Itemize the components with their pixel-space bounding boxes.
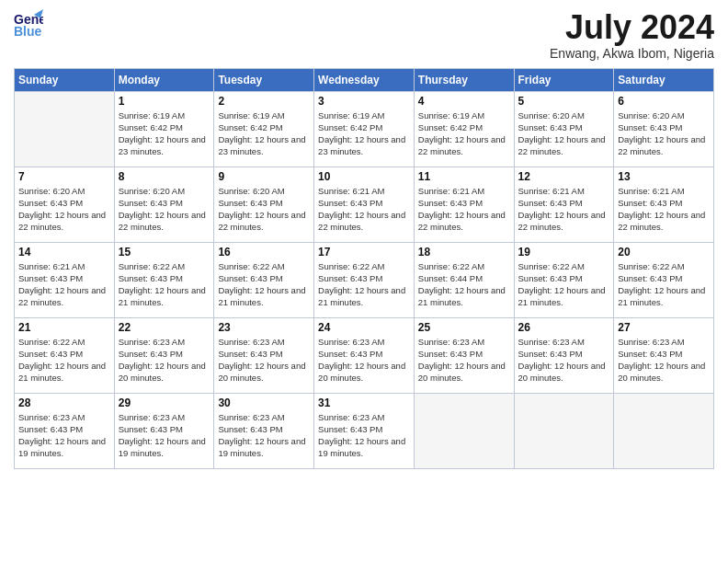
day-info: Sunrise: 6:22 AM Sunset: 6:43 PM Dayligh… bbox=[518, 260, 610, 309]
day-info: Sunrise: 6:21 AM Sunset: 6:43 PM Dayligh… bbox=[18, 260, 110, 309]
day-info: Sunrise: 6:21 AM Sunset: 6:43 PM Dayligh… bbox=[318, 185, 410, 234]
calendar-cell: 26Sunrise: 6:23 AM Sunset: 6:43 PM Dayli… bbox=[514, 317, 614, 393]
day-number: 1 bbox=[119, 95, 210, 108]
calendar-cell: 24Sunrise: 6:23 AM Sunset: 6:43 PM Dayli… bbox=[314, 317, 415, 393]
day-number: 5 bbox=[518, 95, 610, 108]
day-number: 30 bbox=[218, 396, 310, 409]
day-number: 28 bbox=[18, 396, 110, 409]
calendar-cell: 1Sunrise: 6:19 AM Sunset: 6:42 PM Daylig… bbox=[114, 91, 214, 167]
day-info: Sunrise: 6:21 AM Sunset: 6:43 PM Dayligh… bbox=[518, 185, 610, 234]
title-block: July 2024 Enwang, Akwa Ibom, Nigeria bbox=[550, 9, 714, 61]
calendar-cell: 2Sunrise: 6:19 AM Sunset: 6:42 PM Daylig… bbox=[214, 91, 314, 167]
calendar-cell: 13Sunrise: 6:21 AM Sunset: 6:43 PM Dayli… bbox=[614, 167, 714, 242]
day-number: 15 bbox=[119, 246, 210, 259]
calendar-cell: 3Sunrise: 6:19 AM Sunset: 6:42 PM Daylig… bbox=[314, 91, 415, 167]
location-subtitle: Enwang, Akwa Ibom, Nigeria bbox=[550, 46, 714, 61]
day-number: 8 bbox=[119, 170, 210, 183]
day-number: 21 bbox=[18, 321, 110, 334]
calendar-cell: 10Sunrise: 6:21 AM Sunset: 6:43 PM Dayli… bbox=[314, 167, 415, 242]
calendar-cell bbox=[614, 393, 714, 468]
header: General Blue July 2024 Enwang, Akwa Ibom… bbox=[14, 9, 714, 61]
day-number: 6 bbox=[618, 95, 710, 108]
page: General Blue July 2024 Enwang, Akwa Ibom… bbox=[0, 0, 728, 563]
col-saturday: Saturday bbox=[614, 68, 714, 91]
calendar-cell: 16Sunrise: 6:22 AM Sunset: 6:43 PM Dayli… bbox=[214, 242, 314, 317]
calendar-cell: 11Sunrise: 6:21 AM Sunset: 6:43 PM Dayli… bbox=[414, 167, 514, 242]
day-info: Sunrise: 6:21 AM Sunset: 6:43 PM Dayligh… bbox=[418, 185, 510, 234]
day-info: Sunrise: 6:22 AM Sunset: 6:43 PM Dayligh… bbox=[218, 260, 310, 309]
col-sunday: Sunday bbox=[15, 68, 115, 91]
day-info: Sunrise: 6:23 AM Sunset: 6:43 PM Dayligh… bbox=[218, 411, 310, 460]
day-info: Sunrise: 6:22 AM Sunset: 6:43 PM Dayligh… bbox=[318, 260, 410, 309]
calendar-cell bbox=[15, 91, 115, 167]
logo: General Blue bbox=[14, 9, 43, 39]
day-number: 4 bbox=[418, 95, 510, 108]
calendar-week-4: 21Sunrise: 6:22 AM Sunset: 6:43 PM Dayli… bbox=[15, 317, 714, 393]
calendar-table: Sunday Monday Tuesday Wednesday Thursday… bbox=[14, 68, 714, 469]
day-number: 9 bbox=[218, 170, 310, 183]
calendar-cell: 19Sunrise: 6:22 AM Sunset: 6:43 PM Dayli… bbox=[514, 242, 614, 317]
day-info: Sunrise: 6:19 AM Sunset: 6:42 PM Dayligh… bbox=[218, 109, 310, 158]
calendar-cell: 8Sunrise: 6:20 AM Sunset: 6:43 PM Daylig… bbox=[114, 167, 214, 242]
day-number: 18 bbox=[418, 246, 510, 259]
col-tuesday: Tuesday bbox=[214, 68, 314, 91]
day-info: Sunrise: 6:23 AM Sunset: 6:43 PM Dayligh… bbox=[318, 411, 410, 460]
day-info: Sunrise: 6:20 AM Sunset: 6:43 PM Dayligh… bbox=[518, 109, 610, 158]
day-number: 20 bbox=[618, 246, 710, 259]
calendar-week-3: 14Sunrise: 6:21 AM Sunset: 6:43 PM Dayli… bbox=[15, 242, 714, 317]
day-info: Sunrise: 6:20 AM Sunset: 6:43 PM Dayligh… bbox=[218, 185, 310, 234]
day-number: 7 bbox=[18, 170, 110, 183]
day-number: 3 bbox=[318, 95, 410, 108]
col-thursday: Thursday bbox=[414, 68, 514, 91]
day-number: 23 bbox=[218, 321, 310, 334]
day-info: Sunrise: 6:22 AM Sunset: 6:44 PM Dayligh… bbox=[418, 260, 510, 309]
day-info: Sunrise: 6:23 AM Sunset: 6:43 PM Dayligh… bbox=[618, 336, 710, 385]
calendar-header-row: Sunday Monday Tuesday Wednesday Thursday… bbox=[15, 68, 714, 91]
calendar-week-5: 28Sunrise: 6:23 AM Sunset: 6:43 PM Dayli… bbox=[15, 393, 714, 468]
calendar-cell: 18Sunrise: 6:22 AM Sunset: 6:44 PM Dayli… bbox=[414, 242, 514, 317]
day-number: 16 bbox=[218, 246, 310, 259]
svg-text:Blue: Blue bbox=[14, 24, 42, 39]
calendar-cell: 14Sunrise: 6:21 AM Sunset: 6:43 PM Dayli… bbox=[15, 242, 115, 317]
day-info: Sunrise: 6:22 AM Sunset: 6:43 PM Dayligh… bbox=[119, 260, 210, 309]
calendar-week-2: 7Sunrise: 6:20 AM Sunset: 6:43 PM Daylig… bbox=[15, 167, 714, 242]
day-info: Sunrise: 6:23 AM Sunset: 6:43 PM Dayligh… bbox=[318, 336, 410, 385]
day-info: Sunrise: 6:22 AM Sunset: 6:43 PM Dayligh… bbox=[18, 336, 110, 385]
calendar-cell bbox=[414, 393, 514, 468]
day-info: Sunrise: 6:19 AM Sunset: 6:42 PM Dayligh… bbox=[418, 109, 510, 158]
day-number: 2 bbox=[218, 95, 310, 108]
calendar-cell: 31Sunrise: 6:23 AM Sunset: 6:43 PM Dayli… bbox=[314, 393, 415, 468]
day-number: 22 bbox=[119, 321, 210, 334]
day-number: 17 bbox=[318, 246, 410, 259]
day-number: 12 bbox=[518, 170, 610, 183]
day-number: 10 bbox=[318, 170, 410, 183]
calendar-cell: 12Sunrise: 6:21 AM Sunset: 6:43 PM Dayli… bbox=[514, 167, 614, 242]
day-info: Sunrise: 6:22 AM Sunset: 6:43 PM Dayligh… bbox=[618, 260, 710, 309]
calendar-cell: 20Sunrise: 6:22 AM Sunset: 6:43 PM Dayli… bbox=[614, 242, 714, 317]
calendar-cell: 21Sunrise: 6:22 AM Sunset: 6:43 PM Dayli… bbox=[15, 317, 115, 393]
day-number: 25 bbox=[418, 321, 510, 334]
calendar-cell: 25Sunrise: 6:23 AM Sunset: 6:43 PM Dayli… bbox=[414, 317, 514, 393]
calendar-cell: 17Sunrise: 6:22 AM Sunset: 6:43 PM Dayli… bbox=[314, 242, 415, 317]
day-info: Sunrise: 6:20 AM Sunset: 6:43 PM Dayligh… bbox=[618, 109, 710, 158]
day-info: Sunrise: 6:23 AM Sunset: 6:43 PM Dayligh… bbox=[119, 411, 210, 460]
day-number: 13 bbox=[618, 170, 710, 183]
month-title: July 2024 bbox=[550, 9, 714, 46]
calendar-cell: 9Sunrise: 6:20 AM Sunset: 6:43 PM Daylig… bbox=[214, 167, 314, 242]
calendar-cell: 6Sunrise: 6:20 AM Sunset: 6:43 PM Daylig… bbox=[614, 91, 714, 167]
col-monday: Monday bbox=[114, 68, 214, 91]
day-number: 31 bbox=[318, 396, 410, 409]
day-number: 11 bbox=[418, 170, 510, 183]
day-info: Sunrise: 6:23 AM Sunset: 6:43 PM Dayligh… bbox=[119, 336, 210, 385]
day-number: 27 bbox=[618, 321, 710, 334]
calendar-cell: 22Sunrise: 6:23 AM Sunset: 6:43 PM Dayli… bbox=[114, 317, 214, 393]
calendar-cell: 30Sunrise: 6:23 AM Sunset: 6:43 PM Dayli… bbox=[214, 393, 314, 468]
calendar-cell: 23Sunrise: 6:23 AM Sunset: 6:43 PM Dayli… bbox=[214, 317, 314, 393]
logo-icon: General Blue bbox=[14, 9, 43, 39]
day-info: Sunrise: 6:19 AM Sunset: 6:42 PM Dayligh… bbox=[318, 109, 410, 158]
day-number: 29 bbox=[119, 396, 210, 409]
col-wednesday: Wednesday bbox=[314, 68, 415, 91]
day-info: Sunrise: 6:20 AM Sunset: 6:43 PM Dayligh… bbox=[119, 185, 210, 234]
calendar-cell: 15Sunrise: 6:22 AM Sunset: 6:43 PM Dayli… bbox=[114, 242, 214, 317]
day-number: 19 bbox=[518, 246, 610, 259]
